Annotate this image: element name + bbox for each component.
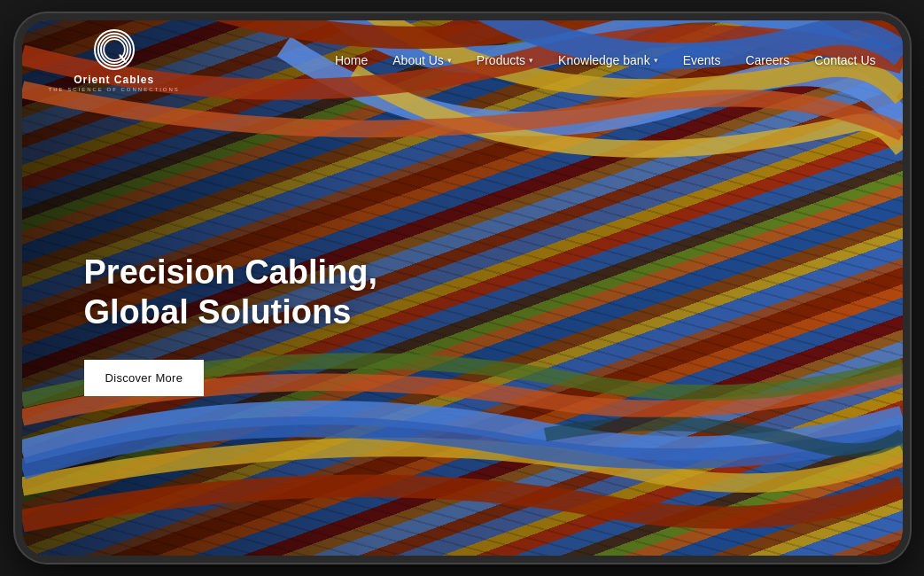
nav-item-about-us[interactable]: About Us ▾ <box>392 53 452 67</box>
nav-item-careers[interactable]: Careers <box>745 53 789 67</box>
nav-label-careers: Careers <box>745 53 789 67</box>
hero-title-line1: Precision Cabling, <box>84 253 378 291</box>
nav-item-events[interactable]: Events <box>683 53 721 67</box>
nav-item-home[interactable]: Home <box>335 53 368 67</box>
svg-point-1 <box>104 39 125 60</box>
nav-label-contact-us: Contact Us <box>814 53 875 67</box>
nav-label-knowledge-bank: Knowledge bank <box>558 53 650 67</box>
logo-company-name: Orient Cables <box>74 74 154 86</box>
nav-label-home: Home <box>335 53 368 67</box>
nav-item-products[interactable]: Products ▾ <box>477 53 533 67</box>
nav-item-knowledge-bank[interactable]: Knowledge bank ▾ <box>558 53 658 67</box>
discover-more-button[interactable]: Discover More <box>84 360 205 396</box>
navbar: Orient Cables THE SCIENCE OF CONNECTIONS… <box>22 20 903 100</box>
nav-label-about-us: About Us <box>392 53 444 67</box>
hero-title: Precision Cabling, Global Solutions <box>84 253 378 333</box>
logo-circle <box>94 29 135 70</box>
nav-links: Home About Us ▾ Products ▾ Knowledge ban… <box>335 53 876 67</box>
nav-label-events: Events <box>683 53 721 67</box>
hero-title-line2: Global Solutions <box>84 293 352 331</box>
logo-tagline: THE SCIENCE OF CONNECTIONS <box>49 87 180 92</box>
svg-line-2 <box>120 55 125 61</box>
chevron-down-icon: ▾ <box>529 56 533 65</box>
screen: Orient Cables THE SCIENCE OF CONNECTIONS… <box>22 20 903 556</box>
logo[interactable]: Orient Cables THE SCIENCE OF CONNECTIONS <box>49 29 180 92</box>
tablet-frame: Orient Cables THE SCIENCE OF CONNECTIONS… <box>15 13 910 563</box>
nav-label-products: Products <box>477 53 525 67</box>
hero-content: Precision Cabling, Global Solutions Disc… <box>84 253 378 396</box>
chevron-down-icon: ▾ <box>654 56 658 65</box>
logo-icon <box>96 29 133 70</box>
chevron-down-icon: ▾ <box>447 56 452 65</box>
nav-item-contact-us[interactable]: Contact Us <box>814 53 875 67</box>
